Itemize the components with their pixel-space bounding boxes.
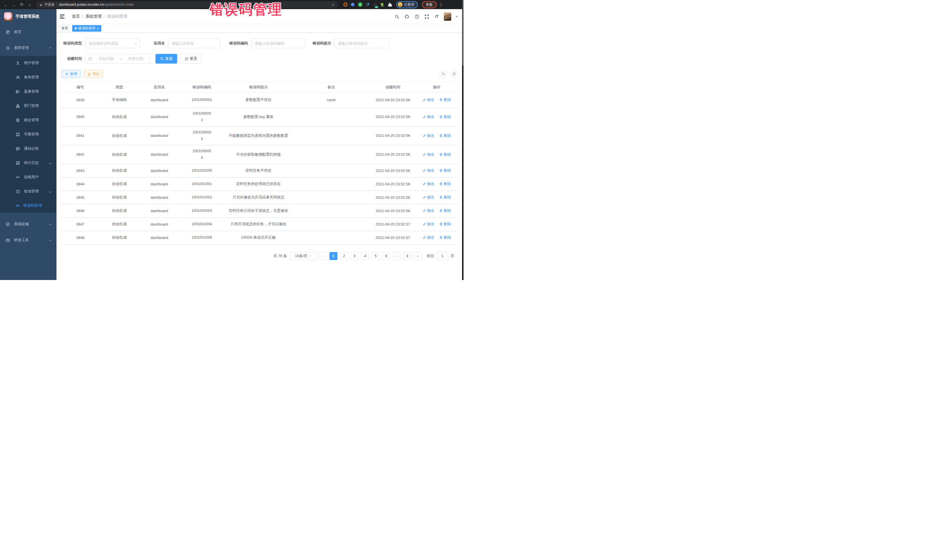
breadcrumb-home[interactable]: 首页 (72, 14, 80, 19)
edit-link[interactable]: 修改 (423, 133, 435, 138)
edit-link[interactable]: 修改 (423, 114, 435, 120)
browser-menu-icon[interactable] (441, 3, 442, 6)
cell-actions: 修改 删除 (416, 164, 458, 178)
cell-app: dashboard (139, 191, 179, 204)
delete-link[interactable]: 删除 (439, 97, 451, 102)
cell-code: 100100000 4 (179, 145, 225, 164)
delete-link[interactable]: 删除 (439, 235, 451, 240)
sidebar-item-error-codes[interactable]: </> 错误码管理 (0, 199, 56, 213)
tab-error-codes[interactable]: 错误码管理 × (72, 25, 101, 32)
sidebar-item-online-users[interactable]: 在线用户 (0, 170, 56, 184)
delete-link[interactable]: 删除 (439, 222, 451, 227)
extension-icon-orange[interactable] (343, 2, 348, 7)
sidebar-item-infrastructure[interactable]: 基础设施 (0, 216, 56, 232)
page-button[interactable]: 1 (330, 252, 337, 260)
cell-code: 100100000 2 (179, 108, 225, 126)
trash-icon (439, 236, 443, 239)
extension-icon-key[interactable] (380, 2, 385, 7)
page-button[interactable]: 5 (372, 252, 380, 260)
url-separator (57, 3, 57, 6)
close-tab-icon[interactable]: × (97, 27, 99, 30)
home-icon[interactable]: ⌂ (26, 1, 33, 8)
delete-link[interactable]: 删除 (439, 168, 451, 173)
error-type-select[interactable] (85, 38, 140, 48)
delete-link[interactable]: 删除 (439, 181, 451, 187)
sidebar-item-dictionary[interactable]: 字典管理 (0, 127, 56, 141)
sidebar-item-notices[interactable]: 通知公告 (0, 141, 56, 156)
sidebar-item-dev-tools[interactable]: 研发工具 (0, 232, 56, 248)
sidebar-item-home[interactable]: 首页 (0, 24, 56, 40)
sidebar-item-system[interactable]: 系统管理 (0, 40, 56, 56)
edit-link[interactable]: 修改 (423, 152, 435, 157)
avatar[interactable] (444, 12, 451, 21)
edit-link[interactable]: 修改 (423, 97, 435, 102)
profile-paused-chip[interactable]: 已暂停 (396, 1, 418, 8)
toggle-search-icon-button[interactable] (439, 70, 447, 78)
sidebar-item-posts[interactable]: 岗位管理 (0, 113, 56, 127)
reset-button[interactable]: 重置 (180, 54, 202, 64)
edit-link[interactable]: 修改 (423, 222, 435, 227)
page-scrollbar[interactable] (462, 0, 464, 280)
sidebar-item-roles[interactable]: 角色管理 (0, 70, 56, 84)
error-code-input[interactable] (251, 38, 305, 48)
edit-link[interactable]: 修改 (423, 168, 435, 173)
date-range-picker[interactable]: 开始日期 - 结束日期 (85, 54, 150, 64)
scrollbar-thumb[interactable] (462, 0, 464, 65)
reload-icon[interactable]: ⟳ (18, 1, 25, 8)
extension-icon-grid[interactable] (365, 2, 370, 7)
tab-home[interactable]: 首页 (59, 25, 71, 32)
sidebar-item-users[interactable]: 用户管理 (0, 56, 56, 70)
sidebar-item-sms[interactable]: 短信管理 (0, 184, 56, 199)
page-ellipsis[interactable]: ··· (393, 252, 401, 260)
page-size-select[interactable]: 10条/页 (290, 252, 316, 260)
add-button[interactable]: 新增 (61, 70, 81, 78)
back-icon[interactable]: ← (2, 1, 9, 8)
search-button[interactable]: 搜索 (155, 54, 177, 64)
page-button[interactable]: 2 (340, 252, 348, 260)
page-button[interactable]: 4 (361, 252, 369, 260)
edit-link[interactable]: 修改 (423, 181, 435, 187)
next-page-button[interactable]: › (414, 252, 422, 260)
page-button[interactable]: 6 (382, 252, 390, 260)
cell-type: 自动生成 (99, 145, 139, 164)
refresh-table-icon-button[interactable] (450, 70, 458, 78)
total-count: 共 76 条 (273, 253, 287, 259)
address-bar[interactable]: ▲ 不安全 dashboard.yudao.iocoder.cn/system/… (36, 1, 338, 8)
error-hint-input[interactable] (334, 38, 389, 48)
error-type-input[interactable] (85, 38, 140, 48)
export-button[interactable]: 导出 (84, 70, 103, 78)
breadcrumb-system[interactable]: 系统管理 (85, 14, 102, 19)
goto-page-input[interactable] (437, 252, 448, 260)
sidebar-item-menus[interactable]: 菜单管理 (0, 84, 56, 99)
sidebar-item-audit-log[interactable]: 审计日志 (0, 156, 56, 170)
edit-link[interactable]: 修改 (423, 235, 435, 240)
header-search-icon[interactable] (394, 14, 400, 20)
sidebar-toggle-icon[interactable] (60, 13, 67, 20)
sidebar-item-departments[interactable]: 部门管理 (0, 99, 56, 113)
bookmark-star-icon[interactable]: ☆ (331, 2, 335, 7)
extension-icon-gem[interactable] (350, 2, 355, 7)
forward-icon[interactable]: → (10, 1, 17, 8)
app-name-input[interactable] (168, 38, 220, 48)
github-icon[interactable] (404, 14, 410, 20)
edit-link[interactable]: 修改 (423, 208, 435, 213)
delete-link[interactable]: 删除 (439, 208, 451, 213)
delete-link[interactable]: 删除 (439, 195, 451, 200)
trash-icon (439, 196, 443, 199)
help-icon[interactable] (414, 14, 419, 20)
delete-link[interactable]: 删除 (439, 133, 451, 138)
page-button[interactable]: 3 (351, 252, 359, 260)
avatar-dropdown-caret-icon[interactable] (456, 16, 458, 17)
app-logo-row[interactable]: 芋道管理系统 (0, 9, 56, 24)
extension-icon-green-v[interactable]: V (358, 2, 363, 7)
chrome-update-button[interactable]: 更新 (422, 1, 437, 8)
fullscreen-icon[interactable] (424, 14, 430, 20)
edit-link[interactable]: 修改 (423, 195, 435, 200)
extension-icon-list[interactable]: on (372, 2, 377, 7)
extensions-puzzle-icon[interactable] (388, 2, 392, 7)
page-button[interactable]: 8 (403, 252, 411, 260)
delete-link[interactable]: 删除 (439, 114, 451, 120)
font-size-icon[interactable]: tT (434, 14, 439, 20)
delete-link[interactable]: 删除 (439, 152, 451, 157)
prev-page-button[interactable]: ‹ (319, 252, 327, 260)
